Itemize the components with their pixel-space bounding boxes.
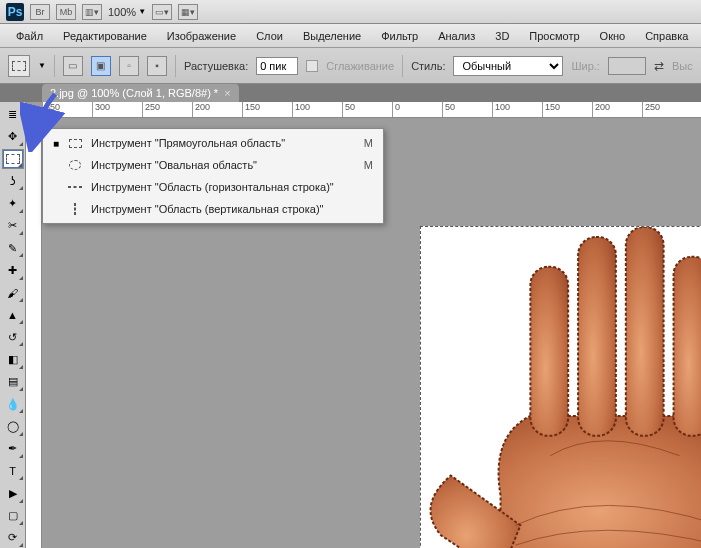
toolbox: ≣ ✥ ʖ ✦ ✂ ✎ ✚ 🖌 ▲ ↺ ◧ ▤ 💧 ◯ ✒ T ▶ ▢ ⟳ xyxy=(0,102,26,548)
flyout-col-marquee[interactable]: Инструмент "Область (вертикальная строка… xyxy=(43,198,383,220)
svg-rect-1 xyxy=(578,237,616,436)
handle-grip[interactable]: ≣ xyxy=(2,104,24,124)
tool-history-brush[interactable]: ↺ xyxy=(2,327,24,347)
ruler-horizontal[interactable]: 350 300 250 200 150 100 50 0 50 100 150 … xyxy=(42,102,701,118)
ruler-vertical[interactable] xyxy=(26,118,42,548)
tool-marquee[interactable] xyxy=(2,149,24,169)
bridge-button[interactable]: Br xyxy=(30,4,50,20)
tool-type[interactable]: T xyxy=(2,461,24,481)
menu-image[interactable]: Изображение xyxy=(159,26,244,46)
workspace: ≣ ✥ ʖ ✦ ✂ ✎ ✚ 🖌 ▲ ↺ ◧ ▤ 💧 ◯ ✒ T ▶ ▢ ⟳ 35… xyxy=(0,102,701,548)
menu-view[interactable]: Просмотр xyxy=(521,26,587,46)
ruler-tick: 250 xyxy=(142,102,192,117)
menu-window[interactable]: Окно xyxy=(592,26,634,46)
tool-path-select[interactable]: ▶ xyxy=(2,483,24,503)
minibridge-button[interactable]: Mb xyxy=(56,4,76,20)
menu-select[interactable]: Выделение xyxy=(295,26,369,46)
feather-label: Растушевка: xyxy=(184,60,248,72)
menu-help[interactable]: Справка xyxy=(637,26,696,46)
tool-pen[interactable]: ✒ xyxy=(2,439,24,459)
ruler-tick: 100 xyxy=(492,102,542,117)
close-tab-icon[interactable]: × xyxy=(224,87,230,99)
flyout-label: Инструмент "Область (вертикальная строка… xyxy=(91,203,347,215)
add-selection-button[interactable]: ▣ xyxy=(91,56,111,76)
intersect-selection-button[interactable]: ▪ xyxy=(147,56,167,76)
flyout-label: Инструмент "Область (горизонтальная стро… xyxy=(91,181,347,193)
subtract-selection-button[interactable]: ▫ xyxy=(119,56,139,76)
flyout-checkmark: ■ xyxy=(53,138,59,149)
tool-dodge[interactable]: ◯ xyxy=(2,416,24,436)
single-col-icon xyxy=(67,201,83,217)
tool-blur[interactable]: 💧 xyxy=(2,394,24,414)
app-topbar: Ps Br Mb ▥▾ 100% ▼ ▭▾ ▦▾ xyxy=(0,0,701,24)
flyout-ellipse-marquee[interactable]: Инструмент "Овальная область" M xyxy=(43,154,383,176)
zoom-value: 100% xyxy=(108,6,136,18)
ruler-tick: 350 xyxy=(42,102,92,117)
tool-crop[interactable]: ✂ xyxy=(2,216,24,236)
active-tool-preset[interactable] xyxy=(8,55,30,77)
document-canvas[interactable] xyxy=(420,226,701,548)
menu-filter[interactable]: Фильтр xyxy=(373,26,426,46)
antialias-label: Сглаживание xyxy=(326,60,394,72)
style-label: Стиль: xyxy=(411,60,445,72)
menu-layers[interactable]: Слои xyxy=(248,26,291,46)
style-select[interactable]: Обычный xyxy=(453,56,563,76)
new-selection-button[interactable]: ▭ xyxy=(63,56,83,76)
tool-heal[interactable]: ✚ xyxy=(2,260,24,280)
height-label: Выс xyxy=(672,60,693,72)
app-logo: Ps xyxy=(6,3,24,21)
svg-rect-0 xyxy=(530,267,568,436)
flyout-shortcut: M xyxy=(355,159,373,171)
ruler-tick: 300 xyxy=(92,102,142,117)
tool-brush[interactable]: 🖌 xyxy=(2,283,24,303)
tool-gradient[interactable]: ▤ xyxy=(2,372,24,392)
ruler-tick: 50 xyxy=(342,102,392,117)
menu-file[interactable]: Файл xyxy=(8,26,51,46)
menu-analysis[interactable]: Анализ xyxy=(430,26,483,46)
divider xyxy=(54,55,55,77)
tool-move[interactable]: ✥ xyxy=(2,126,24,146)
tool-shape[interactable]: ▢ xyxy=(2,506,24,526)
flyout-label: Инструмент "Овальная область" xyxy=(91,159,347,171)
ruler-tick: 150 xyxy=(242,102,292,117)
rect-marquee-icon xyxy=(67,135,83,151)
single-row-icon xyxy=(67,179,83,195)
menu-3d[interactable]: 3D xyxy=(487,26,517,46)
ruler-tick: 50 xyxy=(442,102,492,117)
doc-dropdown-1[interactable]: ▥▾ xyxy=(82,4,102,20)
menu-edit[interactable]: Редактирование xyxy=(55,26,155,46)
swap-wh-icon: ⇄ xyxy=(654,59,664,73)
flyout-row-marquee[interactable]: Инструмент "Область (горизонтальная стро… xyxy=(43,176,383,198)
zoom-box[interactable]: 100% ▼ xyxy=(108,6,146,18)
flyout-label: Инструмент "Прямоугольная область" xyxy=(91,137,347,149)
feather-input[interactable] xyxy=(256,57,298,75)
document-tab-label: 2.jpg @ 100% (Слой 1, RGB/8#) * xyxy=(50,87,218,99)
tool-wand[interactable]: ✦ xyxy=(2,193,24,213)
ellipse-marquee-icon xyxy=(67,157,83,173)
ruler-tick: 0 xyxy=(392,102,442,117)
ruler-tick: 100 xyxy=(292,102,342,117)
tool-eraser[interactable]: ◧ xyxy=(2,349,24,369)
divider xyxy=(402,55,403,77)
marquee-flyout: ■ Инструмент "Прямоугольная область" M И… xyxy=(42,128,384,224)
tool-eyedropper[interactable]: ✎ xyxy=(2,238,24,258)
tool-stamp[interactable]: ▲ xyxy=(2,305,24,325)
ruler-tick: 250 xyxy=(642,102,692,117)
document-tabbar: 2.jpg @ 100% (Слой 1, RGB/8#) * × xyxy=(0,84,701,102)
tool-3d-rotate[interactable]: ⟳ xyxy=(2,528,24,548)
flyout-shortcut: M xyxy=(355,137,373,149)
document-tab[interactable]: 2.jpg @ 100% (Слой 1, RGB/8#) * × xyxy=(42,84,239,102)
svg-rect-2 xyxy=(626,227,664,436)
width-label: Шир.: xyxy=(571,60,599,72)
width-input xyxy=(608,57,646,75)
main-menu: Файл Редактирование Изображение Слои Выд… xyxy=(0,24,701,48)
tool-lasso[interactable]: ʖ xyxy=(2,171,24,191)
hand-image xyxy=(421,227,701,548)
arrange-button[interactable]: ▦▾ xyxy=(178,4,198,20)
flyout-rect-marquee[interactable]: ■ Инструмент "Прямоугольная область" M xyxy=(43,132,383,154)
divider xyxy=(175,55,176,77)
ruler-tick: 200 xyxy=(592,102,642,117)
screen-mode-button[interactable]: ▭▾ xyxy=(152,4,172,20)
ruler-tick: 200 xyxy=(192,102,242,117)
antialias-checkbox xyxy=(306,60,318,72)
